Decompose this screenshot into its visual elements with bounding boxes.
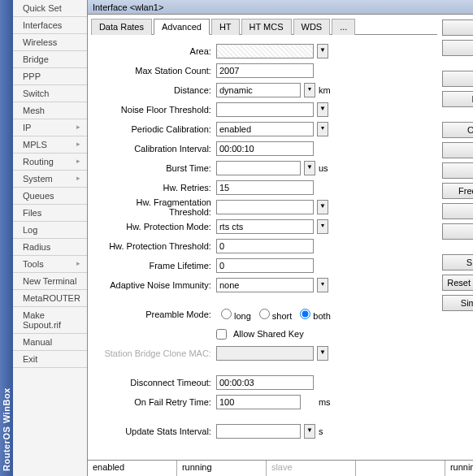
simple-mode-button[interactable]: Simple Mode [442,295,473,311]
hw-prot-mode-dropdown-icon[interactable]: ▾ [317,219,328,234]
sidebar-item-mesh[interactable]: Mesh [13,102,87,119]
sidebar-item-wireless[interactable]: Wireless [13,34,87,51]
tab-ht[interactable]: HT [211,19,240,35]
tab-[interactable]: ... [332,19,355,35]
sidebar-item-label: Tools [23,259,44,269]
hw-retries-input[interactable] [216,180,314,195]
adaptive-noise-dropdown-icon[interactable]: ▾ [317,278,328,292]
sidebar-item-label: Queues [23,191,54,201]
hw-frag-dropdown-icon[interactable]: ▼ [317,200,328,214]
hw-frag-label: Hw. Fragmentation Threshold: [94,197,216,217]
disc-timeout-input[interactable] [216,375,314,390]
adaptive-noise-input[interactable] [216,278,314,292]
tab-data-rates[interactable]: Data Rates [91,19,152,35]
sidebar-item-label: Make Supout.rif [23,310,80,330]
periodic-cal-input[interactable] [216,122,314,136]
distance-label: Distance: [94,85,216,95]
disc-timeout-label: Disconnect Timeout: [94,378,216,387]
update-stats-dropdown-icon[interactable]: ▼ [304,424,315,439]
comment-button[interactable]: Comment [442,122,473,138]
sidebar-item-exit[interactable]: Exit [13,351,87,368]
sidebar-item-mpls[interactable]: MPLS▸ [13,136,87,154]
hw-prot-thresh-label: Hw. Protection Threshold: [94,241,216,251]
preamble-long-radio[interactable]: long [221,309,251,321]
apply-button[interactable]: Apply [442,71,473,87]
window-title: Interface <wlan1> [91,2,473,12]
max-station-input[interactable] [216,63,314,78]
sidebar-item-quick-set[interactable]: Quick Set [13,0,87,17]
distance-input[interactable] [216,83,301,97]
cal-interval-input[interactable] [216,141,314,156]
sidebar-item-make-supout-rif[interactable]: Make Supout.rif [13,307,87,334]
sidebar-item-tools[interactable]: Tools▸ [13,256,87,273]
sidebar-item-label: Mesh [23,106,45,115]
sidebar-item-label: Files [23,208,41,218]
submenu-arrow-icon: ▸ [76,157,80,167]
sidebar-item-label: MetaROUTER [23,293,80,303]
update-stats-input[interactable] [216,424,301,439]
sniff-button[interactable]: Sniff... [442,223,473,240]
sidebar-item-label: Radius [23,242,50,252]
snooper-button[interactable]: Snooper... [442,254,473,270]
preamble-both-radio[interactable]: both [300,309,330,321]
fail-retry-input[interactable] [216,395,301,409]
preamble-radio-group: long short both [216,309,434,321]
tab-advanced[interactable]: Advanced [154,19,210,35]
sidebar-item-ppp[interactable]: PPP [13,68,87,85]
hw-prot-mode-input[interactable] [216,219,314,234]
hw-retries-label: Hw. Retries: [94,183,216,193]
periodic-cal-dropdown-icon[interactable]: ▾ [317,122,328,136]
hw-prot-thresh-input[interactable] [216,239,314,253]
tab-bar: Data RatesAdvancedHTHT MCSWDS... [91,18,437,35]
sidebar-item-bridge[interactable]: Bridge [13,51,87,68]
sidebar-item-label: IP [23,123,31,132]
ok-button[interactable]: OK [442,19,473,36]
area-input[interactable] [216,44,314,58]
status-cell: running [177,461,267,476]
sidebar-item-radius[interactable]: Radius [13,239,87,256]
scan-button[interactable]: Scan... [442,162,473,179]
burst-time-input[interactable] [216,161,301,175]
distance-dropdown-icon[interactable]: ▾ [304,83,315,97]
sidebar-item-metarouter[interactable]: MetaROUTER [13,290,87,307]
status-cell: enabled [88,461,177,476]
sidebar-item-switch[interactable]: Switch [13,85,87,102]
torch-button[interactable]: Torch [442,142,473,158]
burst-time-dropdown-icon[interactable]: ▼ [304,161,315,175]
sidebar-menu: Quick SetInterfacesWirelessBridgePPPSwit… [13,0,88,476]
disable-button[interactable]: Disable [442,91,473,107]
frame-life-input[interactable] [216,258,314,273]
sidebar-item-ip[interactable]: IP▸ [13,119,87,136]
advanced-form: Area:▼ Max Station Count: Distance:▾km N… [91,35,437,457]
freq-usage-button[interactable]: Freq. Usage... [442,183,473,199]
sidebar-item-files[interactable]: Files [13,205,87,222]
sidebar-item-interfaces[interactable]: Interfaces [13,17,87,34]
align-button[interactable]: Align... [442,203,473,219]
noise-floor-dropdown-icon[interactable]: ▼ [317,102,328,117]
submenu-arrow-icon: ▸ [76,174,80,184]
sidebar-item-manual[interactable]: Manual [13,334,87,351]
sidebar-item-queues[interactable]: Queues [13,188,87,205]
cancel-button[interactable]: Cancel [442,40,473,56]
burst-time-unit: us [319,163,328,173]
area-label: Area: [94,46,216,56]
sidebar-item-label: Bridge [23,54,49,64]
status-cell: slave [267,461,356,476]
sidebar-item-system[interactable]: System▸ [13,171,87,188]
preamble-short-radio[interactable]: short [259,309,293,321]
sidebar-item-new-terminal[interactable]: New Terminal [13,273,87,290]
tab-wds[interactable]: WDS [293,19,331,35]
hw-frag-input[interactable] [216,200,314,214]
shared-key-checkbox[interactable] [216,329,227,340]
tab-ht-mcs[interactable]: HT MCS [241,19,292,35]
sidebar-item-routing[interactable]: Routing▸ [13,154,87,171]
sidebar-item-log[interactable]: Log [13,222,87,239]
main-panel: Interface <wlan1> □ ✕ Data RatesAdvanced… [88,0,473,476]
area-dropdown-icon[interactable]: ▼ [317,44,328,58]
submenu-arrow-icon: ▸ [76,259,80,269]
reset-configuration-button[interactable]: Reset Configuration [442,275,473,291]
update-stats-label: Update Stats Interval: [94,426,216,436]
noise-floor-input[interactable] [216,102,314,117]
fail-retry-label: On Fail Retry Time: [94,397,216,407]
sidebar-item-label: System [23,174,53,184]
